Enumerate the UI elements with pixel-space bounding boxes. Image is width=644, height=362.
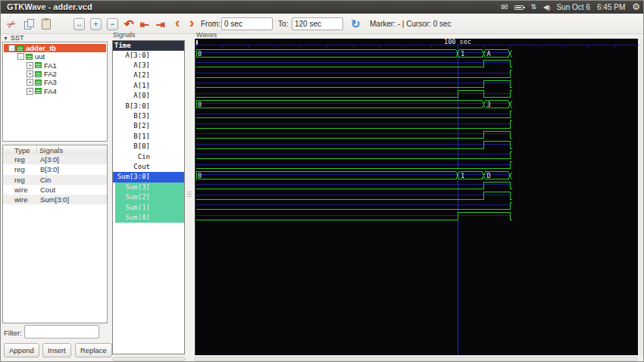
column-signals[interactable]: Signals [37, 145, 63, 154]
battery-icon[interactable] [514, 5, 524, 10]
tree-item-FA1[interactable]: +FA1 [4, 61, 106, 70]
from-input[interactable] [221, 17, 273, 30]
time-column-header[interactable]: Time [113, 41, 184, 51]
table-row[interactable]: regA[3:0] [3, 154, 107, 164]
signal-name-row[interactable]: Sum[3:0] [113, 172, 184, 182]
cell-type: reg [3, 155, 37, 164]
svg-text:100 sec: 100 sec [444, 39, 471, 45]
cell-signal: B[3:0] [37, 165, 59, 173]
zoom-in-button[interactable]: + [90, 18, 102, 30]
append-button[interactable]: Append [4, 343, 39, 357]
module-icon [35, 71, 42, 77]
system-tray: ✉ ⇅ ◀)) Sun Oct 6 6:45 PM ⚙ [501, 2, 640, 13]
gear-icon[interactable]: ⚙ [632, 3, 640, 11]
wave-canvas[interactable]: 100 sec01A0301D [195, 39, 638, 355]
insert-button[interactable]: Insert [42, 343, 71, 357]
pane-splitter-handle[interactable] [187, 192, 192, 201]
table-row[interactable]: wireSum[3:0] [3, 195, 107, 204]
svg-text:D: D [487, 172, 491, 179]
cell-type: reg [3, 165, 37, 173]
svg-text:0: 0 [198, 50, 202, 58]
signal-name-row[interactable]: A[2] [113, 70, 184, 80]
tree-item-FA3[interactable]: +FA3 [4, 78, 106, 86]
wave-canvas-svg: 100 sec01A0301D [195, 39, 639, 355]
signal-name-row[interactable]: Sum[3] [115, 183, 184, 192]
marker-cursor-status: Marker: - | Cursor: 0 sec [370, 14, 452, 34]
signal-name-row[interactable]: A[1] [113, 81, 184, 91]
svg-text:0: 0 [198, 101, 202, 108]
tree-expander-icon[interactable]: - [17, 53, 24, 60]
signal-name-row[interactable]: Sum[2] [115, 192, 184, 202]
signal-name-row[interactable]: B[3:0] [113, 101, 184, 111]
paste-traces-icon[interactable] [42, 14, 51, 34]
sst-section-header[interactable]: ▼SST [3, 34, 23, 42]
copy-traces-icon[interactable] [24, 14, 35, 34]
tree-expander-icon[interactable]: - [8, 45, 15, 51]
tree-item-FA2[interactable]: +FA2 [4, 70, 106, 78]
svg-text:1: 1 [461, 50, 464, 58]
wave-vertical-scrollbar[interactable] [639, 39, 644, 355]
tree-expander-icon[interactable]: + [27, 79, 33, 86]
signal-name-row[interactable]: Cout [113, 162, 184, 172]
signal-name-row[interactable]: B[3] [113, 111, 184, 121]
tree-item-label: uut [35, 52, 45, 61]
tree-expander-icon[interactable]: + [27, 88, 33, 95]
signal-name-row[interactable]: A[3] [113, 61, 184, 70]
signal-name-row[interactable]: Sum[1] [115, 203, 184, 213]
waves-panel-label: Waves [196, 31, 217, 39]
signal-name-row[interactable]: Sum[0] [115, 213, 184, 223]
tree-item-label: FA4 [44, 87, 57, 95]
svg-text:3: 3 [487, 101, 491, 108]
tray-date[interactable]: Sun Oct 6 [557, 3, 590, 11]
signals-panel-label: Signals [113, 31, 136, 39]
tray-time[interactable]: 6:45 PM [597, 3, 625, 11]
signal-table-body: regA[3:0]regB[3:0]regCinwireCoutwireSum[… [2, 154, 108, 323]
signal-name-row[interactable]: Cin [113, 152, 184, 162]
signal-name-row[interactable]: B[0] [113, 142, 184, 151]
replace-button[interactable]: Replace [75, 343, 112, 357]
titlebar: GTKWave - adder.vcd ✉ ⇅ ◀)) Sun Oct 6 6:… [1, 1, 644, 14]
mail-icon[interactable]: ✉ [501, 3, 508, 11]
module-icon [26, 54, 33, 60]
module-icon [35, 88, 42, 94]
network-updown-icon[interactable]: ⇅ [530, 3, 536, 11]
tree-item-label: adder_tb [26, 44, 56, 52]
column-type[interactable]: Type [3, 145, 37, 154]
tree-item-uut[interactable]: -uut [4, 52, 106, 61]
signal-name-row[interactable]: A[0] [113, 91, 184, 101]
tree-item-FA4[interactable]: +FA4 [4, 86, 106, 95]
tree-item-adder_tb[interactable]: -adder_tb [4, 44, 106, 52]
signal-name-row[interactable]: A[3:0] [113, 51, 184, 61]
wave-horizontal-scrollbar[interactable] [194, 357, 638, 361]
cell-signal: A[3:0] [37, 155, 59, 164]
names-horizontal-scrollbar[interactable] [112, 357, 186, 361]
cell-type: wire [3, 186, 37, 194]
sst-tree: -adder_tb-uut+FA1+FA2+FA3+FA4 [2, 42, 108, 142]
shift-to-end-icon[interactable]: ⇥ [156, 14, 165, 34]
collapse-triangle-icon: ▼ [3, 36, 8, 41]
signals-name-list: Time A[3:0]A[3]A[2]A[1]A[0]B[3:0]B[3]B[2… [112, 40, 185, 354]
cell-signal: Sum[3:0] [37, 195, 69, 204]
cell-signal: Cout [37, 186, 55, 194]
filter-input[interactable] [24, 325, 99, 339]
tree-item-label: FA3 [44, 78, 57, 86]
fetch-right-icon[interactable]: › [189, 12, 194, 33]
signal-name-row[interactable]: B[2] [113, 121, 184, 131]
reload-icon[interactable]: ↻ [351, 14, 361, 34]
table-row[interactable]: wireCout [3, 185, 107, 195]
table-row[interactable]: regCin [3, 175, 107, 185]
zoom-out-button[interactable]: − [107, 18, 118, 30]
tree-item-label: FA2 [44, 70, 57, 78]
to-label: To: [278, 14, 288, 34]
tree-expander-icon[interactable]: + [27, 62, 33, 69]
fetch-left-icon[interactable]: ‹ [175, 12, 180, 33]
signal-name-row[interactable]: B[1] [113, 132, 184, 142]
sst-label: SST [11, 34, 24, 42]
cut-traces-icon[interactable]: ✂ [2, 13, 20, 35]
to-input[interactable] [292, 17, 343, 30]
volume-icon[interactable]: ◀)) [543, 3, 549, 11]
tree-expander-icon[interactable]: + [27, 70, 33, 77]
shift-to-start-icon[interactable]: ⇤ [140, 14, 149, 34]
zoom-fit-button[interactable]: ↔ [73, 18, 85, 30]
table-row[interactable]: regB[3:0] [3, 164, 107, 174]
